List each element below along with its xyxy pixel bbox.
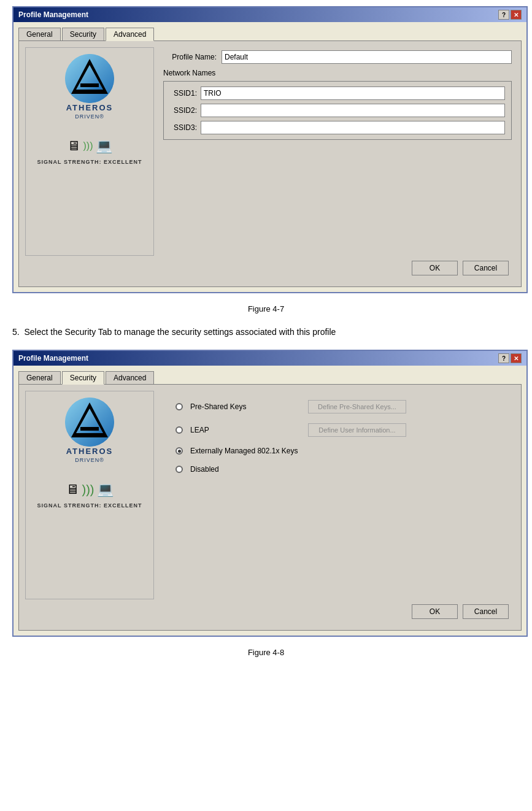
- tab-general-1[interactable]: General: [18, 28, 61, 41]
- signal-strength-1: SIGNAL STRENGTH: EXCELLENT: [37, 159, 142, 165]
- router-icon-2: 🖥: [66, 482, 79, 498]
- ssid1-label: SSID1:: [170, 89, 201, 98]
- tab-security-1[interactable]: Security: [62, 28, 104, 41]
- ssid2-input[interactable]: [201, 104, 505, 117]
- laptop-icon-2: 💻: [97, 482, 114, 498]
- right-panel-2: Pre-Shared Keys Define Pre-Shared Keys..…: [160, 391, 515, 599]
- btn-leap[interactable]: Define User Information...: [308, 423, 406, 437]
- cancel-button-2[interactable]: Cancel: [463, 604, 509, 619]
- profile-name-label: Profile Name:: [163, 53, 222, 61]
- label-ext-managed: Externally Managed 802.1x Keys: [190, 447, 301, 455]
- radio-ext-managed[interactable]: [175, 447, 183, 455]
- label-leap: LEAP: [190, 426, 301, 434]
- laptop-icon-1: 💻: [96, 138, 112, 154]
- profile-name-input[interactable]: [222, 50, 512, 64]
- option-disabled: Disabled: [175, 465, 499, 474]
- atheros-logo-2: ATHEROS DRIVEN®: [65, 398, 114, 463]
- dialog-inner-2: ATHEROS DRIVEN® 🖥 ))) 💻 SIGNAL STRENGTH:…: [25, 391, 515, 599]
- option-ext-managed: Externally Managed 802.1x Keys: [175, 447, 499, 455]
- titlebar-buttons-2: ? ✕: [498, 353, 522, 363]
- svg-rect-3: [80, 83, 99, 87]
- close-button-2[interactable]: ✕: [511, 353, 522, 363]
- dialog-inner-1: ATHEROS DRIVEN® 🖥 ))) 💻 SIGNAL STRENGTH:…: [25, 47, 515, 256]
- dialog-title-2: Profile Management: [18, 354, 88, 363]
- dialog-footer-1: OK Cancel: [25, 256, 515, 280]
- profile-management-dialog-2: Profile Management ? ✕ General Security …: [12, 350, 528, 637]
- signal-waves-1: ))): [83, 140, 93, 152]
- tab-bar-2: General Security Advanced: [18, 371, 522, 384]
- ok-button-1[interactable]: OK: [412, 261, 458, 275]
- logo-svg-1: [65, 54, 114, 103]
- brand-sub-1: DRIVEN®: [65, 113, 114, 120]
- figure2-caption: Figure 4‑8: [12, 648, 520, 657]
- tab-bar-1: General Security Advanced: [18, 27, 522, 40]
- profile-name-row: Profile Name:: [163, 50, 512, 64]
- titlebar-1: Profile Management ? ✕: [13, 7, 526, 22]
- option-pre-shared: Pre-Shared Keys Define Pre-Shared Keys..…: [175, 400, 499, 413]
- dialog-footer-2: OK Cancel: [25, 599, 515, 624]
- titlebar-buttons-1: ? ✕: [498, 10, 522, 20]
- btn-pre-shared[interactable]: Define Pre-Shared Keys...: [308, 400, 406, 413]
- step-number: 5.: [12, 327, 20, 337]
- tab-content-1: ATHEROS DRIVEN® 🖥 ))) 💻 SIGNAL STRENGTH:…: [18, 40, 522, 287]
- ok-button-2[interactable]: OK: [412, 604, 458, 619]
- titlebar-2: Profile Management ? ✕: [13, 351, 526, 366]
- profile-management-dialog-1: Profile Management ? ✕ General Security …: [12, 6, 528, 293]
- signal-illustration-1: 🖥 ))) 💻: [67, 138, 113, 154]
- left-panel-2: ATHEROS DRIVEN® 🖥 ))) 💻 SIGNAL STRENGTH:…: [25, 391, 154, 599]
- brand-name-2: ATHEROS: [65, 447, 114, 456]
- instruction-body: Select the Security Tab to manage the se…: [24, 327, 336, 337]
- option-leap: LEAP Define User Information...: [175, 423, 499, 437]
- atheros-logo-1: ATHEROS DRIVEN®: [65, 54, 114, 120]
- security-options: Pre-Shared Keys Define Pre-Shared Keys..…: [163, 394, 512, 480]
- radio-disabled[interactable]: [175, 466, 183, 473]
- radio-pre-shared[interactable]: [175, 403, 183, 410]
- brand-sub-2: DRIVEN®: [65, 457, 114, 463]
- left-panel-1: ATHEROS DRIVEN® 🖥 ))) 💻 SIGNAL STRENGTH:…: [25, 47, 154, 256]
- dialog-body-2: General Security Advanced: [13, 366, 526, 636]
- help-button-2[interactable]: ?: [498, 353, 509, 363]
- cancel-button-1[interactable]: Cancel: [463, 261, 509, 275]
- right-panel-1: Profile Name: Network Names SSID1: SSID2…: [160, 47, 515, 256]
- label-disabled: Disabled: [190, 465, 301, 474]
- signal-waves-2: ))): [82, 483, 94, 497]
- help-button-1[interactable]: ?: [498, 10, 509, 20]
- tab-security-2[interactable]: Security: [62, 371, 104, 385]
- tab-general-2[interactable]: General: [18, 371, 61, 385]
- radio-leap[interactable]: [175, 426, 183, 434]
- signal-illustration-2: 🖥 ))) 💻: [66, 482, 114, 498]
- tab-advanced-2[interactable]: Advanced: [106, 371, 154, 385]
- instruction-text: 5. Select the Security Tab to manage the…: [12, 326, 520, 339]
- ssid3-input[interactable]: [201, 121, 505, 134]
- logo-circle-2: [65, 398, 114, 447]
- ssid3-label: SSID3:: [170, 123, 201, 132]
- label-pre-shared: Pre-Shared Keys: [190, 402, 301, 411]
- ssid2-row: SSID2:: [170, 104, 505, 117]
- brand-name-1: ATHEROS: [65, 103, 114, 112]
- ssid1-input[interactable]: [201, 86, 505, 100]
- ssid1-row: SSID1:: [170, 86, 505, 100]
- ssid-group: SSID1: SSID2: SSID3:: [163, 81, 512, 140]
- signal-strength-2: SIGNAL STRENGTH: EXCELLENT: [37, 502, 142, 509]
- ssid2-label: SSID2:: [170, 106, 201, 115]
- dialog-title-1: Profile Management: [18, 10, 88, 19]
- router-icon-1: 🖥: [67, 138, 80, 154]
- close-button-1[interactable]: ✕: [511, 10, 522, 20]
- svg-rect-7: [80, 427, 99, 431]
- tab-advanced-1[interactable]: Advanced: [106, 28, 154, 41]
- dialog-body-1: General Security Advanced: [13, 22, 526, 292]
- figure1-caption: Figure 4‑7: [12, 304, 520, 313]
- ssid3-row: SSID3:: [170, 121, 505, 134]
- logo-circle-1: [65, 54, 114, 103]
- tab-content-2: ATHEROS DRIVEN® 🖥 ))) 💻 SIGNAL STRENGTH:…: [18, 384, 522, 631]
- logo-svg-2: [65, 398, 114, 447]
- network-names-label: Network Names: [163, 69, 512, 77]
